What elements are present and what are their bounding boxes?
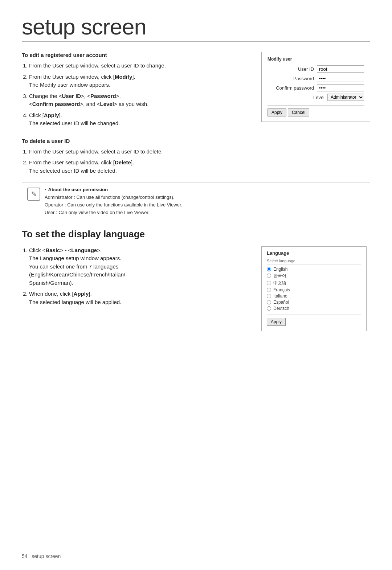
language-right: Language Select language English 한국어 中文语…: [261, 246, 370, 331]
note-content: About the user permission Administrator …: [45, 187, 365, 216]
edit-user-left: To edit a registered user account From t…: [22, 52, 250, 132]
language-apply-button[interactable]: Apply: [267, 318, 286, 326]
lang-radio-korean[interactable]: [267, 274, 271, 278]
page-footer: 54_ setup screen: [22, 553, 61, 559]
password-row: Password: [268, 75, 364, 82]
lang-french: Français: [267, 287, 361, 292]
note-line-1: Administrator : Can use all functions (c…: [45, 194, 175, 200]
lang-label-italian: Italiano: [273, 294, 287, 299]
edit-step-4: Click [Apply].The selected user ID will …: [29, 111, 250, 128]
lang-radio-german[interactable]: [267, 306, 271, 311]
edit-step-2-text: From the User setup window, click [Modif…: [29, 74, 135, 88]
lang-radio-spanish[interactable]: [267, 300, 271, 304]
confirm-password-row: Confirm password: [268, 84, 364, 91]
level-label: Level: [285, 95, 324, 100]
basic-bold: Basic: [45, 247, 60, 253]
lang-label-korean: 한국어: [273, 273, 286, 279]
edit-step-4-text: Click [Apply].The selected user ID will …: [29, 112, 120, 127]
delete-step-1: From the User setup window, select a use…: [29, 148, 370, 156]
delete-user-heading: To delete a user ID: [22, 138, 370, 144]
select-language-label: Select language: [267, 259, 361, 265]
delete-step-1-text: From the User setup window, select a use…: [29, 148, 163, 155]
delete-bold: Delete: [115, 159, 131, 165]
edit-user-steps: From the User setup window, select a use…: [22, 62, 250, 128]
apply-bold: Apply: [44, 112, 59, 118]
language-section: Click <Basic> - <Language>. The Language…: [22, 246, 370, 331]
lang-label-french: Français: [273, 287, 290, 292]
user-id-input[interactable]: [317, 65, 364, 73]
delete-user-section: To delete a user ID From the User setup …: [22, 138, 370, 175]
password-bold: Password: [90, 93, 116, 99]
language-steps: Click <Basic> - <Language>. The Language…: [22, 246, 250, 307]
level-select[interactable]: Administrator Operator User: [327, 94, 364, 101]
edit-step-2: From the User setup window, click [Modif…: [29, 73, 250, 89]
language-box-title: Language: [267, 250, 361, 256]
delete-steps: From the User setup window, select a use…: [22, 148, 370, 175]
delete-step-2: From the User setup window, click [Delet…: [29, 159, 370, 175]
note-line-2: Operator : Can use only the functions av…: [45, 202, 182, 208]
lang-german: Deutsch: [267, 306, 361, 311]
lang-english: English: [267, 267, 361, 272]
lang-italian: Italiano: [267, 294, 361, 299]
cancel-button[interactable]: Cancel: [288, 108, 309, 116]
lang-radio-chinese[interactable]: [267, 281, 271, 285]
edit-user-heading: To edit a registered user account: [22, 52, 250, 58]
note-line-3: User : Can only view the video on the Li…: [45, 210, 150, 215]
lang-label-spanish: Español: [273, 300, 289, 305]
lang-step-1: Click <Basic> - <Language>. The Language…: [29, 246, 250, 287]
language-left: Click <Basic> - <Language>. The Language…: [22, 246, 250, 331]
lang-label-chinese: 中文语: [273, 280, 286, 286]
lang-korean: 한국어: [267, 273, 361, 279]
apply-button[interactable]: Apply: [268, 108, 286, 116]
page-title: setup screen: [22, 15, 370, 39]
confirm-label: Confirm password: [274, 85, 314, 91]
modify-user-box: Modify user User ID Password Confirm pas…: [261, 52, 370, 122]
edit-step-1-text: From the User setup window, select a use…: [29, 62, 166, 69]
password-label: Password: [274, 76, 314, 81]
edit-step-1: From the User setup window, select a use…: [29, 62, 250, 70]
level-row: Level Administrator Operator User: [268, 94, 364, 101]
language-section-title: To set the display language: [22, 229, 370, 240]
language-bold: Language: [71, 247, 97, 253]
language-box: Language Select language English 한국어 中文语…: [261, 246, 367, 331]
userid-bold: User ID: [62, 93, 81, 99]
lang-radio-italian[interactable]: [267, 294, 271, 298]
lang-label-english: English: [273, 267, 287, 272]
lang-spanish: Español: [267, 300, 361, 305]
confirm-input[interactable]: [317, 84, 364, 91]
lang-step-1-text: Click <Basic> - <Language>. The Language…: [29, 247, 125, 286]
confirm-bold: Confirm password: [32, 101, 80, 107]
lang-radio-english[interactable]: [267, 267, 271, 271]
note-title: About the user permission: [45, 187, 365, 192]
user-id-label: User ID: [274, 66, 314, 72]
delete-step-2-text: From the User setup window, click [Delet…: [29, 159, 134, 174]
edit-user-right: Modify user User ID Password Confirm pas…: [261, 52, 370, 132]
modify-btn-row: Apply Cancel: [268, 105, 364, 116]
modify-bold: Modify: [115, 74, 132, 80]
edit-step-3-text: Change the <User ID>, <Password>,<Confir…: [29, 93, 148, 107]
lang-btn-row: Apply: [267, 315, 361, 326]
note-text: Administrator : Can use all functions (c…: [45, 194, 365, 216]
level-bold: Level: [100, 101, 114, 107]
edit-user-section: To edit a registered user account From t…: [22, 52, 370, 132]
note-icon: ✎: [27, 188, 40, 201]
lang-step-2: When done, click [Apply].The selected la…: [29, 290, 250, 306]
lang-step-2-text: When done, click [Apply].The selected la…: [29, 291, 121, 305]
lang-chinese: 中文语: [267, 280, 361, 286]
title-divider: [22, 41, 370, 42]
edit-step-3: Change the <User ID>, <Password>,<Confir…: [29, 92, 250, 108]
lang-label-german: Deutsch: [273, 306, 289, 311]
modify-box-title: Modify user: [268, 57, 364, 62]
password-input[interactable]: [317, 75, 364, 82]
apply-lang-bold: Apply: [74, 291, 89, 297]
user-id-row: User ID: [268, 65, 364, 73]
lang-radio-french[interactable]: [267, 288, 271, 292]
note-box: ✎ About the user permission Administrato…: [22, 182, 370, 221]
